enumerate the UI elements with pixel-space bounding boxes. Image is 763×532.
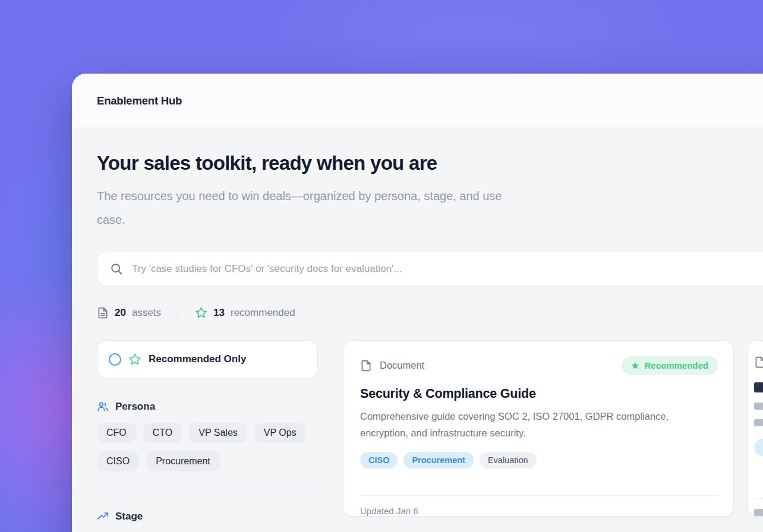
persona-chip-ciso[interactable]: CISO bbox=[97, 451, 139, 471]
file-text-icon bbox=[97, 307, 109, 319]
radio-circle-icon[interactable] bbox=[109, 353, 121, 366]
enablement-hub-panel: Enablement Hub Your sales toolkit, ready… bbox=[72, 74, 763, 532]
card-title: Security & Compliance Guide bbox=[360, 387, 718, 401]
card-tags: CISO Procurement Evaluation bbox=[360, 452, 718, 468]
persona-chip-vp-ops[interactable]: VP Ops bbox=[254, 423, 306, 443]
card-description-line: Comprehensive guide covering SOC 2, ISO … bbox=[360, 408, 718, 425]
filters-sidebar: Recommended Only Persona CFO CTO VP Sale… bbox=[97, 340, 318, 522]
recommended-count: 13 bbox=[213, 307, 225, 319]
page-title: Your sales toolkit, ready when you are bbox=[97, 152, 763, 175]
stage-section-title: Stage bbox=[115, 511, 143, 522]
asset-cards: Document Recommended Security & Complian… bbox=[343, 340, 763, 517]
file-icon bbox=[754, 356, 763, 368]
search-icon bbox=[110, 262, 123, 276]
partial-card-title-fragment bbox=[754, 382, 763, 392]
star-filled-icon bbox=[631, 362, 639, 370]
page-subtitle: The resources you need to win deals—orga… bbox=[97, 184, 763, 232]
recommended-stat: 13 recommended bbox=[195, 306, 295, 319]
partial-card-footer-fragment bbox=[754, 509, 763, 516]
card-head: Document Recommended bbox=[360, 356, 718, 375]
card-description-line: encryption, and infrastructure security. bbox=[360, 425, 718, 441]
partial-card-text-fragment bbox=[754, 419, 763, 426]
stage-filter-section: Stage bbox=[97, 511, 318, 522]
persona-chip-cto[interactable]: CTO bbox=[143, 423, 182, 443]
tag-evaluation: Evaluation bbox=[480, 452, 537, 468]
assets-count: 20 bbox=[115, 307, 126, 319]
recommended-badge: Recommended bbox=[622, 356, 718, 375]
app-title: Enablement Hub bbox=[97, 94, 182, 107]
page-subtitle-line: case. bbox=[97, 208, 763, 232]
trending-up-icon bbox=[97, 511, 109, 522]
asset-card-security-compliance-guide[interactable]: Document Recommended Security & Complian… bbox=[343, 340, 734, 517]
stats-row: 20 assets 13 recommended bbox=[97, 306, 763, 319]
partial-card-type bbox=[754, 356, 763, 368]
persona-chip-cfo[interactable]: CFO bbox=[97, 423, 136, 443]
persona-chip-vp-sales[interactable]: VP Sales bbox=[189, 423, 247, 443]
partial-card-tag-fragment bbox=[754, 439, 763, 456]
recommended-only-label: Recommended Only bbox=[149, 353, 246, 365]
stage-section-header: Stage bbox=[97, 511, 318, 522]
sidebar-divider bbox=[97, 492, 318, 492]
assets-stat: 20 assets bbox=[97, 307, 161, 319]
recommended-label: recommended bbox=[231, 307, 295, 319]
card-type-label: Document bbox=[380, 360, 424, 371]
persona-section-title: Persona bbox=[115, 401, 155, 413]
partial-card-footer bbox=[754, 499, 763, 516]
panel-body: Your sales toolkit, ready when you are T… bbox=[72, 128, 763, 522]
persona-section-header: Persona bbox=[97, 401, 318, 413]
star-icon bbox=[195, 306, 207, 319]
card-updated: Updated Jan 6 bbox=[360, 496, 718, 516]
persona-chip-procurement[interactable]: Procurement bbox=[146, 451, 220, 471]
panel-header: Enablement Hub bbox=[72, 74, 763, 128]
recommended-badge-label: Recommended bbox=[644, 360, 708, 370]
star-icon bbox=[128, 353, 141, 366]
search-input[interactable] bbox=[132, 263, 763, 275]
persona-chips: CFO CTO VP Sales VP Ops CISO Procurement bbox=[97, 423, 318, 471]
stats-divider bbox=[178, 307, 178, 319]
search-bar[interactable] bbox=[97, 252, 763, 286]
tag-procurement: Procurement bbox=[403, 452, 473, 468]
card-description: Comprehensive guide covering SOC 2, ISO … bbox=[360, 408, 718, 441]
content-row: Recommended Only Persona CFO CTO VP Sale… bbox=[97, 340, 763, 522]
page-subtitle-line: The resources you need to win deals—orga… bbox=[97, 184, 763, 208]
partial-card-head bbox=[754, 356, 763, 368]
partial-card-text-fragment bbox=[754, 403, 763, 410]
recommended-only-toggle[interactable]: Recommended Only bbox=[97, 340, 318, 378]
card-type: Document bbox=[360, 360, 424, 372]
file-icon bbox=[360, 360, 372, 372]
persona-filter-section: Persona CFO CTO VP Sales VP Ops CISO Pro… bbox=[97, 401, 318, 471]
assets-label: assets bbox=[132, 307, 161, 319]
asset-card-partial[interactable] bbox=[748, 340, 763, 517]
users-icon bbox=[97, 401, 109, 413]
tag-ciso: CISO bbox=[360, 452, 398, 468]
